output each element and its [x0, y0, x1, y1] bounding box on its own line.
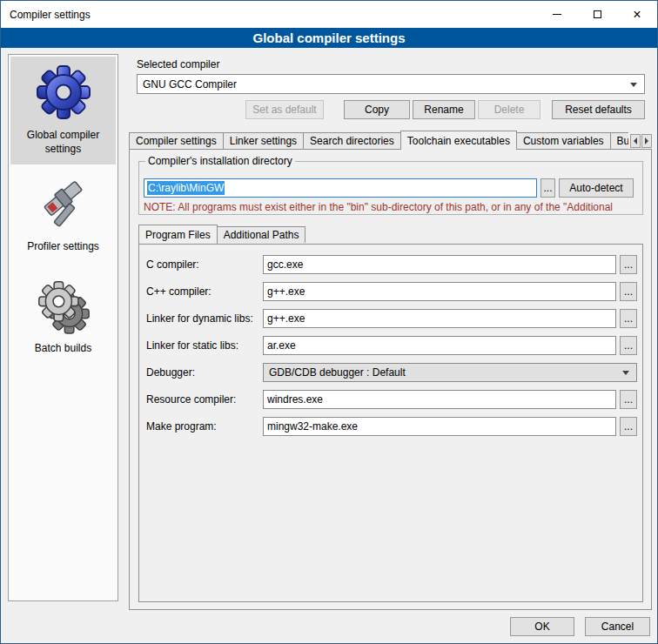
tab-search-directories[interactable]: Search directories: [303, 132, 401, 149]
linker-static-row: Linker for static libs: ...: [139, 336, 642, 355]
program-files-tabstrip: Program Files Additional Paths: [138, 225, 306, 244]
tab-additional-paths[interactable]: Additional Paths: [217, 226, 306, 243]
debugger-value: GDB/CDB debugger : Default: [269, 366, 406, 379]
sidebar-item-label: Batch builds: [13, 342, 113, 356]
reset-defaults-button[interactable]: Reset defaults: [552, 100, 645, 119]
c-compiler-browse-button[interactable]: ...: [620, 255, 637, 274]
resource-compiler-browse-button[interactable]: ...: [620, 390, 637, 409]
minimize-button[interactable]: [537, 1, 577, 28]
chevron-left-icon: [634, 138, 637, 144]
program-files-panel: C compiler: ... C++ compiler: ... Linker…: [138, 244, 643, 602]
chevron-right-icon: [645, 138, 648, 144]
tab-scroll-right-button[interactable]: [641, 134, 652, 148]
debugger-label: Debugger:: [146, 366, 195, 379]
installation-directory-input[interactable]: C:\raylib\MinGW: [144, 178, 537, 198]
tab-scroll-left-button[interactable]: [630, 134, 641, 148]
auto-detect-button[interactable]: Auto-detect: [559, 178, 634, 198]
close-icon: ×: [633, 8, 641, 22]
cpp-compiler-browse-button[interactable]: ...: [620, 282, 637, 301]
installation-directory-selected-text: C:\raylib\MinGW: [147, 181, 225, 195]
resource-compiler-label: Resource compiler:: [146, 393, 236, 406]
c-compiler-input[interactable]: [263, 255, 616, 274]
profiler-icon: [39, 180, 88, 232]
cpp-compiler-row: C++ compiler: ...: [139, 282, 642, 301]
installation-directory-group-label: Compiler's installation directory: [145, 155, 295, 167]
page-title: Global compiler settings: [1, 28, 657, 48]
selected-compiler-label: Selected compiler: [137, 58, 219, 70]
browse-directory-button[interactable]: ...: [540, 178, 555, 198]
debugger-dropdown[interactable]: GDB/CDB debugger : Default: [263, 363, 637, 382]
gear-icon: [35, 64, 92, 121]
make-program-browse-button[interactable]: ...: [620, 417, 637, 436]
tab-toolchain-executables[interactable]: Toolchain executables: [400, 131, 517, 150]
selected-compiler-dropdown[interactable]: GNU GCC Compiler: [137, 74, 645, 94]
sidebar-item-label: Profiler settings: [13, 240, 113, 254]
minimize-icon: [553, 14, 561, 15]
window-title: Compiler settings: [1, 9, 91, 21]
bin-subdirectory-note: NOTE: All programs must exist either in …: [144, 201, 640, 213]
titlebar: Compiler settings ×: [1, 1, 657, 28]
make-program-label: Make program:: [146, 420, 217, 433]
c-compiler-row: C compiler: ...: [139, 255, 642, 274]
linker-dynamic-browse-button[interactable]: ...: [620, 309, 637, 328]
tab-linker-settings[interactable]: Linker settings: [223, 132, 304, 149]
sidebar-item-batch-builds[interactable]: Batch builds: [10, 272, 116, 365]
compiler-settings-window: Compiler settings × Global compiler sett…: [0, 0, 658, 644]
chevron-down-icon: [622, 371, 629, 375]
delete-button[interactable]: Delete: [478, 100, 540, 119]
window-controls: ×: [537, 1, 657, 28]
copy-button[interactable]: Copy: [344, 100, 410, 119]
set-as-default-button[interactable]: Set as default: [245, 100, 324, 119]
cancel-button[interactable]: Cancel: [585, 617, 650, 636]
maximize-button[interactable]: [577, 1, 617, 28]
sidebar-item-profiler-settings[interactable]: Profiler settings: [10, 173, 116, 263]
tab-compiler-settings[interactable]: Compiler settings: [129, 132, 224, 149]
tab-program-files[interactable]: Program Files: [138, 225, 218, 244]
linker-static-browse-button[interactable]: ...: [620, 336, 637, 355]
maximize-icon: [594, 10, 601, 18]
make-program-row: Make program: ...: [139, 417, 642, 436]
resource-compiler-row: Resource compiler: ...: [139, 390, 642, 409]
settings-tabstrip: Compiler settings Linker settings Search…: [129, 131, 628, 150]
tab-custom-variables[interactable]: Custom variables: [516, 132, 611, 149]
sidebar-item-label: Global compiler settings: [13, 129, 113, 156]
batch-builds-icon: [37, 278, 91, 334]
close-button[interactable]: ×: [617, 1, 657, 28]
cpp-compiler-label: C++ compiler:: [146, 285, 212, 298]
debugger-row: Debugger: GDB/CDB debugger : Default: [139, 363, 642, 382]
make-program-input[interactable]: [263, 417, 616, 436]
linker-static-label: Linker for static libs:: [146, 339, 238, 352]
linker-dynamic-label: Linker for dynamic libs:: [146, 312, 253, 325]
sidebar-item-global-compiler-settings[interactable]: Global compiler settings: [10, 57, 116, 164]
linker-dynamic-input[interactable]: [263, 309, 616, 328]
cpp-compiler-input[interactable]: [263, 282, 616, 301]
resource-compiler-input[interactable]: [263, 390, 616, 409]
ok-button[interactable]: OK: [510, 617, 574, 636]
linker-dynamic-row: Linker for dynamic libs: ...: [139, 309, 642, 328]
c-compiler-label: C compiler:: [146, 258, 199, 271]
sidebar: Global compiler settings Profiler settin…: [8, 54, 118, 601]
selected-compiler-value: GNU GCC Compiler: [143, 78, 237, 91]
linker-static-input[interactable]: [263, 336, 616, 355]
chevron-down-icon: [630, 83, 637, 87]
tab-build-options-truncated[interactable]: Buil: [610, 132, 628, 149]
rename-button[interactable]: Rename: [413, 100, 475, 119]
